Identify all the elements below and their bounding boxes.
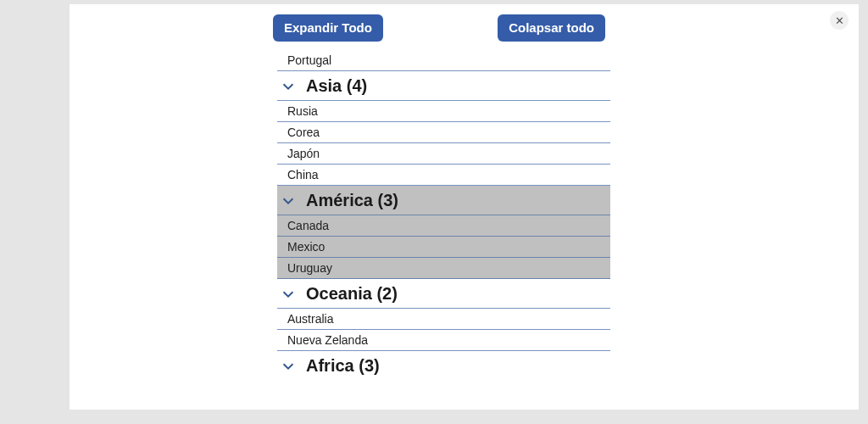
group-america: América (3) Canada Mexico Uruguay <box>277 186 610 279</box>
group-header[interactable]: Oceania (2) <box>277 279 610 309</box>
group-header[interactable]: Asia (4) <box>277 71 610 101</box>
list-item[interactable]: Corea <box>277 121 610 143</box>
close-button[interactable]: ✕ <box>830 11 849 30</box>
chevron-down-icon <box>281 287 296 302</box>
expand-all-button[interactable]: Expandir Todo <box>273 14 383 42</box>
group-header[interactable]: América (3) <box>277 186 610 215</box>
list-item[interactable]: China <box>277 164 610 186</box>
modal-dialog: ✕ Expandir Todo Colapsar todo Portugal A… <box>70 4 859 410</box>
group-title: Asia (4) <box>306 76 367 96</box>
list-item[interactable]: Nueva Zelanda <box>277 329 610 351</box>
list-item[interactable]: Canada <box>277 215 610 237</box>
list-item[interactable]: Uruguay <box>277 257 610 279</box>
chevron-down-icon <box>281 359 296 374</box>
list-item[interactable]: Portugal <box>277 50 610 71</box>
tree-list-scroll[interactable]: Portugal Asia (4) Rusia Corea Japón Chin… <box>277 50 610 382</box>
chevron-down-icon <box>281 193 296 209</box>
group-title: América (3) <box>306 191 398 210</box>
group-title: Africa (3) <box>306 356 380 376</box>
group-asia: Asia (4) Rusia Corea Japón China <box>277 71 610 186</box>
toolbar: Expandir Todo Colapsar todo <box>273 14 605 50</box>
group-africa: Africa (3) <box>277 351 610 381</box>
collapse-all-button[interactable]: Colapsar todo <box>498 14 605 42</box>
list-item[interactable]: Mexico <box>277 236 610 258</box>
list-item[interactable]: Australia <box>277 308 610 330</box>
close-icon: ✕ <box>835 15 844 26</box>
list-item[interactable]: Japón <box>277 142 610 165</box>
chevron-down-icon <box>281 79 296 94</box>
list-item[interactable]: Rusia <box>277 100 610 122</box>
group-header[interactable]: Africa (3) <box>277 351 610 381</box>
group-oceania: Oceania (2) Australia Nueva Zelanda <box>277 279 610 351</box>
group-title: Oceania (2) <box>306 284 398 304</box>
tree-list-content: Portugal Asia (4) Rusia Corea Japón Chin… <box>277 50 610 381</box>
